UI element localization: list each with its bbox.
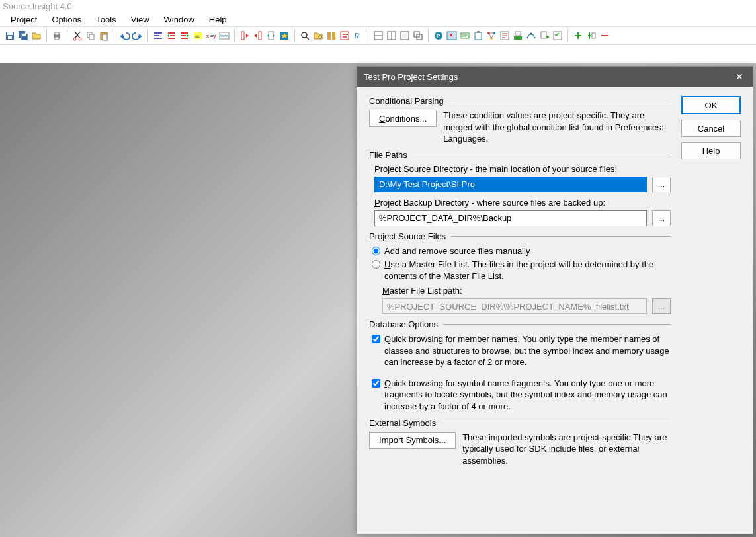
- toolbar-separator: [294, 29, 295, 42]
- reference-icon[interactable]: [325, 30, 337, 42]
- conditions-button[interactable]: Conditions...: [369, 110, 437, 127]
- compare-icon[interactable]: x=y: [205, 30, 217, 42]
- radio-master-label: Use a Master File List. The files in the…: [384, 259, 671, 282]
- checklist-icon[interactable]: [552, 30, 564, 42]
- source-dir-input[interactable]: [374, 177, 647, 192]
- master-path-input: [382, 298, 647, 314]
- radio-master[interactable]: [372, 260, 380, 268]
- add-icon[interactable]: [572, 30, 584, 42]
- context-window-icon[interactable]: [459, 30, 471, 42]
- bookmark-toggle-icon[interactable]: [265, 30, 277, 42]
- add-file-icon[interactable]: [538, 30, 550, 42]
- svg-rect-47: [475, 32, 482, 40]
- browser-icon[interactable]: www: [218, 30, 230, 42]
- indent-left-icon[interactable]: [152, 30, 164, 42]
- radio-manual-label: Add and remove source files manually: [384, 245, 530, 257]
- bookmark-icon[interactable]: [278, 30, 290, 42]
- cut-icon[interactable]: [71, 30, 83, 42]
- svg-rect-17: [154, 38, 162, 39]
- save-icon[interactable]: [4, 30, 16, 42]
- import-symbols-button[interactable]: Import Symbols...: [369, 432, 456, 449]
- add-left-icon[interactable]: [585, 30, 597, 42]
- copy-icon[interactable]: [85, 30, 97, 42]
- menu-view[interactable]: View: [124, 13, 156, 26]
- svg-rect-14: [103, 34, 107, 40]
- browse-backup-button[interactable]: ...: [652, 210, 671, 226]
- svg-rect-57: [592, 33, 595, 38]
- svg-rect-40: [402, 33, 407, 38]
- find-files-icon[interactable]: [312, 30, 324, 42]
- menu-options[interactable]: Options: [45, 13, 88, 26]
- menu-project[interactable]: Project: [4, 13, 44, 26]
- svg-rect-5: [22, 34, 26, 36]
- toolbar-separator: [428, 29, 429, 42]
- svg-rect-25: [241, 32, 244, 40]
- backup-dir-input[interactable]: [374, 210, 647, 226]
- close-icon[interactable]: ✕: [733, 70, 746, 83]
- toolbar-separator: [147, 29, 148, 42]
- relation-icon[interactable]: R: [352, 30, 364, 42]
- help-button[interactable]: Help: [681, 142, 741, 159]
- clip-window-icon[interactable]: [472, 30, 484, 42]
- svg-rect-7: [55, 32, 59, 35]
- app-titlebar: Source Insight 4.0: [0, 0, 756, 12]
- redo-icon[interactable]: [132, 30, 144, 42]
- decrease-indent-icon[interactable]: [179, 30, 190, 42]
- increase-indent-icon[interactable]: [165, 30, 177, 42]
- svg-rect-46: [461, 33, 469, 38]
- group-conditional-parsing: Conditional Parsing: [369, 96, 671, 106]
- svg-rect-15: [154, 32, 162, 34]
- save-all-icon[interactable]: [17, 30, 29, 42]
- radio-manual[interactable]: [372, 247, 380, 255]
- paste-icon[interactable]: [98, 30, 110, 42]
- single-pane-icon[interactable]: [399, 30, 411, 42]
- open-icon[interactable]: [30, 30, 42, 42]
- bookmark-next-icon[interactable]: [252, 30, 264, 42]
- toolbar-separator: [368, 29, 368, 42]
- check-member-browsing[interactable]: [372, 335, 380, 343]
- svg-rect-54: [515, 32, 521, 36]
- toolbar-separator: [567, 29, 568, 42]
- dialog-title: Test Pro Project Settings: [364, 72, 458, 82]
- menu-tools[interactable]: Tools: [89, 13, 122, 26]
- svg-rect-26: [259, 32, 261, 40]
- replace-icon[interactable]: [339, 30, 351, 42]
- eval-icon[interactable]: [525, 30, 537, 42]
- source-dir-label: Project Source Directory - the main loca…: [374, 164, 671, 174]
- split-h-icon[interactable]: [372, 30, 384, 42]
- svg-text:x: x: [206, 33, 210, 39]
- cascade-icon[interactable]: [412, 30, 424, 42]
- svg-rect-53: [514, 36, 522, 40]
- browse-source-button[interactable]: ...: [652, 177, 671, 192]
- highlight-icon[interactable]: ab: [192, 30, 204, 42]
- menu-help[interactable]: Help: [202, 13, 233, 26]
- cancel-button[interactable]: Cancel: [681, 120, 741, 137]
- ftp-icon[interactable]: [512, 30, 524, 42]
- project-settings-dialog: Test Pro Project Settings ✕ Conditional …: [357, 66, 753, 534]
- undo-icon[interactable]: [118, 30, 130, 42]
- app-title: Source Insight 4.0: [3, 1, 72, 11]
- ok-button[interactable]: OK: [681, 96, 741, 114]
- dialog-titlebar: Test Pro Project Settings ✕: [357, 67, 753, 87]
- svg-point-29: [302, 32, 307, 38]
- svg-rect-31: [327, 32, 331, 40]
- check-fragment-browsing[interactable]: [372, 379, 380, 388]
- svg-text:y: y: [213, 33, 216, 39]
- menu-window[interactable]: Window: [157, 13, 201, 26]
- split-v-icon[interactable]: [386, 30, 398, 42]
- svg-text:www: www: [220, 34, 228, 38]
- toolbar-separator: [67, 29, 67, 42]
- print-icon[interactable]: [51, 30, 63, 42]
- find-icon[interactable]: [299, 30, 311, 42]
- svg-rect-55: [541, 32, 546, 38]
- remove-icon[interactable]: [599, 30, 610, 42]
- group-external: External Symbols: [369, 418, 671, 428]
- relation-window-icon[interactable]: [485, 30, 497, 42]
- project-window-icon[interactable]: P: [433, 30, 444, 42]
- snippet-window-icon[interactable]: [499, 30, 511, 42]
- group-database: Database Options: [369, 319, 671, 329]
- svg-rect-1: [7, 32, 13, 35]
- master-path-label: Master File List path:: [382, 286, 671, 296]
- symbol-window-icon[interactable]: [446, 30, 458, 42]
- bookmark-prev-icon[interactable]: [239, 30, 251, 42]
